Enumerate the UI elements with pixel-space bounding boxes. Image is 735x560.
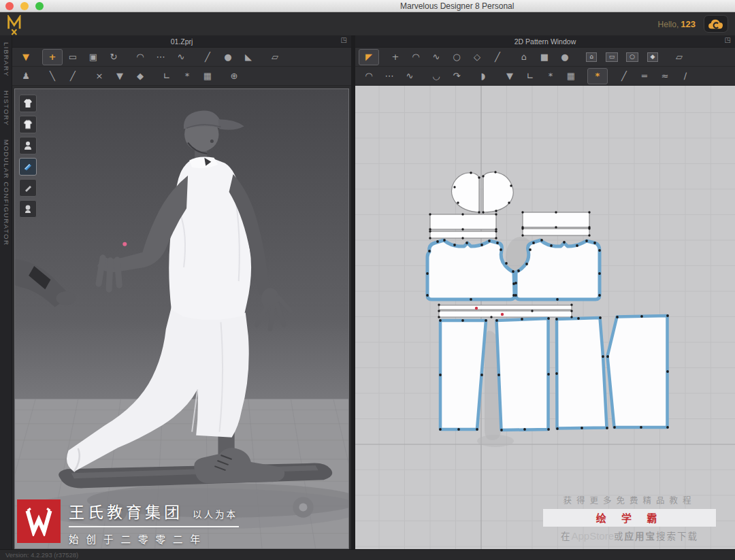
fabric-plain-button[interactable] [19, 179, 37, 197]
edit-sewing-tool-3d[interactable]: ∿ [171, 49, 191, 65]
watermark-title: 王氏教育集团 [69, 499, 183, 523]
segment-sewing-tool[interactable]: ◠ [359, 68, 379, 84]
select-move-tool[interactable]: + [42, 49, 63, 65]
dart-tool[interactable]: ◆ [642, 49, 663, 65]
tool-glyph: ○ [626, 52, 638, 62]
internal-polygon-tool[interactable]: ⌂ [581, 49, 602, 65]
globe-view-tool[interactable]: ⊕ [224, 68, 244, 84]
rotate-gizmo-tool[interactable]: ↻ [103, 49, 124, 65]
close-window-button[interactable] [5, 2, 14, 10]
pattern-checker-tool[interactable]: ▦ [197, 68, 218, 84]
internal-rectangle-tool[interactable]: ▭ [602, 49, 622, 65]
viewport-2d[interactable]: 获得更多免费精品教程 绘 学 霸 在AppStore或应用宝搜索下载 [355, 86, 735, 549]
segment-sewing-tool-3d[interactable]: ◠ [130, 49, 150, 65]
greeting: Hello,123 [658, 19, 696, 29]
tool-glyph: ╱ [70, 71, 76, 80]
tack-on-avatar-tool[interactable]: ● [218, 49, 238, 65]
parallel-line-tool[interactable]: ═ [634, 68, 655, 84]
edit-pattern-tool[interactable]: + [385, 49, 406, 65]
tshirt-icon [22, 98, 33, 109]
tool-glyph: ■ [540, 52, 549, 61]
tool-glyph: ╱ [205, 52, 210, 61]
watermark-left-text: 王氏教育集团 以人为本 始创于二零零二年 [69, 499, 239, 546]
needle-detail-tool[interactable]: ╱ [63, 68, 83, 84]
tool-glyph: ▼ [22, 52, 29, 61]
simulate-tool[interactable]: ▼ [16, 49, 36, 65]
popout-3d-icon[interactable]: ◳ [341, 37, 347, 44]
garment-fold-tool[interactable]: ◆ [130, 68, 150, 84]
notch-tool[interactable]: ∕ [675, 68, 696, 84]
minimize-window-button[interactable] [20, 2, 29, 10]
show-garment-button[interactable] [19, 95, 37, 112]
iron-tool[interactable]: ◗ [473, 68, 493, 84]
texture-edit-tool[interactable]: * [177, 68, 197, 84]
zoom-window-button[interactable] [35, 2, 44, 10]
marvelous-designer-window: Marvelous Designer 8 Personal Hello,123 … [0, 0, 735, 560]
toolbar-3d-row2: ♟ ╲ ╱ × ▼ [12, 67, 351, 86]
texture-edit-tool-2d[interactable]: * [540, 68, 561, 84]
tool-glyph: ◆ [647, 52, 659, 62]
flatten-tool[interactable]: ▱ [265, 49, 285, 65]
tool-glyph: ▱ [676, 52, 683, 61]
tool-glyph: ◇ [474, 52, 480, 61]
cloud-icon [706, 17, 725, 31]
internal-line-tool[interactable]: ╱ [614, 68, 634, 84]
popout-2d-icon[interactable]: ◳ [725, 37, 731, 44]
fabric-view-button[interactable] [19, 158, 37, 176]
cloud-account-button[interactable] [704, 15, 728, 33]
internal-curve-tool[interactable]: ≈ [655, 68, 675, 84]
garment-cut-tool[interactable]: × [89, 68, 110, 84]
tool-glyph: × [96, 71, 103, 80]
detach-sewing-tool[interactable]: ↷ [446, 68, 467, 84]
shoe-fit-tool[interactable]: ∟ [157, 68, 177, 84]
polygon-tool[interactable]: ⌂ [514, 49, 534, 65]
garment-vest-tool[interactable]: ▼ [110, 68, 130, 84]
mesh-select-tool[interactable]: ▣ [83, 49, 103, 65]
tab-modular-configurator[interactable]: MODULAR CONFIGURATOR [0, 139, 12, 246]
clone-pattern-tool[interactable]: ▱ [669, 49, 689, 65]
trace-tool[interactable]: ╱ [487, 49, 508, 65]
free-sewing-tool[interactable]: ⋯ [379, 68, 399, 84]
fold-arrangement-tool[interactable]: ◣ [238, 49, 259, 65]
tool-glyph: ▣ [89, 52, 97, 61]
edit-sewing-tool[interactable]: ◡ [426, 68, 446, 84]
tab-library[interactable]: LIBRARY [0, 42, 12, 77]
show-garment-thick-button[interactable] [19, 116, 37, 133]
show-sewing-toggle[interactable]: * [587, 68, 608, 84]
select-garment-tool[interactable]: ▼ [500, 68, 520, 84]
tool-glyph: ◠ [136, 52, 144, 61]
marvelous-designer-logo [7, 15, 24, 37]
edit-dart-tool[interactable]: ◇ [467, 49, 487, 65]
head-bust-icon [22, 203, 33, 214]
tool-glyph: + [392, 52, 399, 61]
edit-curve-point-tool[interactable]: ∿ [426, 49, 446, 65]
avatar-pose-tool[interactable]: ♟ [16, 68, 36, 84]
rectangle-tool[interactable]: ■ [534, 49, 555, 65]
3d-scene[interactable] [15, 89, 348, 548]
avatar-display-button[interactable] [19, 200, 37, 218]
appstore-prefix: 在 [561, 531, 572, 542]
tool-glyph: ∿ [433, 52, 440, 61]
pin-tool[interactable]: ╱ [197, 49, 218, 65]
tab-history[interactable]: HISTORY [0, 90, 12, 126]
mn-sewing-tool[interactable]: ∿ [399, 68, 420, 84]
circle-tool[interactable]: ● [555, 49, 575, 65]
tool-glyph: ▦ [203, 71, 212, 80]
edit-curvature-tool[interactable]: ◠ [406, 49, 426, 65]
2d-pattern-canvas[interactable] [355, 86, 735, 549]
transform-pattern-tool[interactable]: ◤ [359, 49, 379, 65]
tool-glyph: * [549, 71, 553, 80]
yingyongbao-label: 应用宝 [625, 531, 657, 542]
viewport-3d[interactable]: 王氏教育集团 以人为本 始创于二零零二年 [14, 88, 349, 549]
box-select-tool[interactable]: ▭ [63, 49, 83, 65]
tool-glyph: ♟ [22, 71, 30, 80]
show-avatar-button[interactable] [19, 137, 37, 154]
tool-glyph: ◡ [432, 71, 440, 80]
pattern-grid-tool[interactable]: ▦ [561, 68, 581, 84]
free-sewing-tool-3d[interactable]: ⋯ [150, 49, 171, 65]
pin-needle-tool[interactable]: ╲ [42, 68, 63, 84]
internal-circle-tool[interactable]: ○ [622, 49, 642, 65]
shoe-fit-tool-2d[interactable]: ∟ [520, 68, 540, 84]
appstore-suffix: 搜索下载 [656, 531, 698, 542]
add-point-tool[interactable]: ○ [446, 49, 467, 65]
